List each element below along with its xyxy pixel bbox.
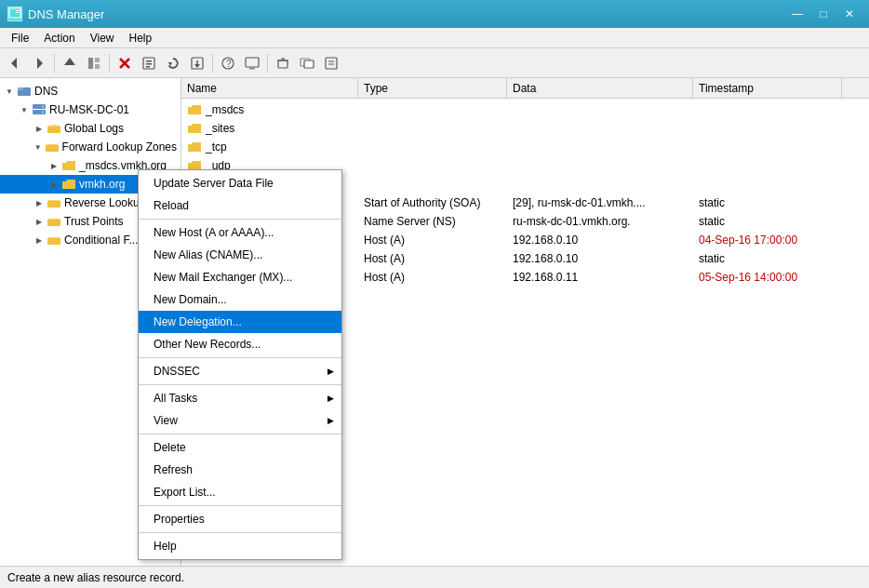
svg-marker-5 <box>37 58 43 69</box>
ctx-update-server[interactable]: Update Server Data File <box>139 172 341 194</box>
ctx-dnssec[interactable]: DNSSEC <box>139 360 341 382</box>
ctx-help[interactable]: Help <box>139 535 341 557</box>
svg-rect-38 <box>47 127 60 133</box>
ctx-view[interactable]: View <box>139 409 341 432</box>
svg-marker-6 <box>64 58 75 65</box>
col-header-data[interactable]: Data <box>507 78 693 98</box>
ctx-new-domain[interactable]: New Domain... <box>139 288 341 311</box>
menu-action[interactable]: Action <box>36 30 82 47</box>
row-timestamp: static <box>693 196 842 209</box>
tree-item-global-logs[interactable]: ▶ Global Logs <box>0 119 180 138</box>
ctx-export-list[interactable]: Export List... <box>139 481 341 503</box>
list-header: Name Type Data Timestamp <box>181 78 869 99</box>
ctx-delete[interactable]: Delete <box>139 436 341 459</box>
maximize-button[interactable]: □ <box>811 5 836 23</box>
refresh-button[interactable] <box>162 52 184 74</box>
toolbar-sep-1 <box>54 54 55 73</box>
svg-rect-24 <box>278 60 287 68</box>
menu-view[interactable]: View <box>83 30 122 47</box>
svg-rect-22 <box>246 58 259 67</box>
forward-lookup-icon <box>45 140 60 154</box>
status-text: Create a new alias resource record. <box>7 571 184 584</box>
ctx-refresh[interactable]: Refresh <box>139 459 341 481</box>
row-data: 192.168.0.10 <box>507 234 693 247</box>
ctx-reload[interactable]: Reload <box>139 194 341 217</box>
ctx-new-alias[interactable]: New Alias (CNAME)... <box>139 244 341 266</box>
svg-rect-13 <box>146 60 152 62</box>
expand-icon-msdcs: ▶ <box>47 158 61 173</box>
window-controls: — □ ✕ <box>785 5 862 23</box>
row-name: _tcp <box>181 140 358 154</box>
ctx-sep-6 <box>139 532 341 533</box>
toolbar-sep-2 <box>109 54 110 73</box>
toolbar-sep-3 <box>212 54 213 73</box>
row-data: ru-msk-dc-01.vmkh.org. <box>507 215 693 228</box>
row-data: [29], ru-msk-dc-01.vmkh.... <box>507 196 693 209</box>
ctx-all-tasks[interactable]: All Tasks <box>139 387 341 409</box>
list-row[interactable]: _sites <box>181 119 869 138</box>
toolbar-sep-4 <box>267 54 268 73</box>
ctx-sep-5 <box>139 505 341 506</box>
conditional-f-icon <box>47 233 61 247</box>
ctx-properties[interactable]: Properties <box>139 508 341 530</box>
svg-point-37 <box>42 112 44 114</box>
tree-label-trust-points: Trust Points <box>64 215 124 228</box>
delete-button[interactable] <box>114 52 136 74</box>
tree-item-forward-lookup[interactable]: ▼ Forward Lookup Zones <box>0 138 180 156</box>
row-timestamp: 04-Sep-16 17:00:00 <box>693 234 842 247</box>
tree-label-global-logs: Global Logs <box>64 122 124 135</box>
task-pad-button[interactable] <box>320 52 342 74</box>
expand-icon-global-logs: ▶ <box>32 121 47 136</box>
row-type: Host (A) <box>358 271 507 284</box>
row-data: 192.168.0.11 <box>507 271 693 284</box>
tree-label-conditional-f: Conditional F... <box>64 234 138 247</box>
row-type: Host (A) <box>358 252 507 265</box>
tree-label-forward-lookup: Forward Lookup Zones <box>62 140 177 154</box>
col-header-type[interactable]: Type <box>358 78 507 98</box>
tree-item-server[interactable]: ▼ RU-MSK-DC-01 <box>0 100 180 119</box>
msdcs-icon <box>61 158 76 173</box>
tree-item-dns[interactable]: ▼ DNS <box>0 82 180 100</box>
svg-rect-33 <box>18 87 23 90</box>
list-row[interactable]: _msdcs <box>181 100 869 119</box>
help-toolbar-button[interactable]: ? <box>217 52 239 74</box>
new-window-button[interactable] <box>296 52 318 74</box>
mmc-delete-button[interactable] <box>272 52 294 74</box>
show-tree-button[interactable] <box>83 52 105 74</box>
svg-rect-7 <box>88 58 93 69</box>
ctx-new-host[interactable]: New Host (A or AAAA)... <box>139 221 341 244</box>
ctx-other-new[interactable]: Other New Records... <box>139 333 341 355</box>
svg-rect-28 <box>304 60 314 68</box>
menu-help[interactable]: Help <box>122 30 160 47</box>
ctx-new-mail[interactable]: New Mail Exchanger (MX)... <box>139 266 341 288</box>
minimize-button[interactable]: — <box>785 5 809 23</box>
server-icon <box>32 102 47 117</box>
svg-marker-19 <box>194 64 200 68</box>
svg-rect-29 <box>326 58 337 69</box>
console-button[interactable] <box>241 52 263 74</box>
ctx-new-delegation[interactable]: New Delegation... <box>139 311 341 333</box>
ctx-sep-4 <box>139 434 341 434</box>
expand-icon-vmkh: ▶ <box>47 177 61 192</box>
export-button[interactable] <box>186 52 208 74</box>
tree-label-vmkh: vmkh.org <box>79 178 125 191</box>
svg-rect-9 <box>95 64 100 69</box>
col-header-timestamp[interactable]: Timestamp <box>693 78 842 98</box>
properties-button[interactable] <box>138 52 160 74</box>
app-icon <box>7 7 22 21</box>
up-button[interactable] <box>59 52 81 74</box>
close-button[interactable]: ✕ <box>837 5 862 23</box>
svg-rect-8 <box>95 58 100 62</box>
vmkh-icon <box>61 177 76 192</box>
back-button[interactable] <box>4 52 26 74</box>
svg-rect-0 <box>9 8 20 18</box>
expand-icon-server: ▼ <box>17 102 32 117</box>
col-header-name[interactable]: Name <box>181 78 358 98</box>
row-data: 192.168.0.10 <box>507 252 693 265</box>
forward-button[interactable] <box>28 52 50 74</box>
svg-rect-3 <box>16 12 19 13</box>
svg-rect-23 <box>249 68 255 70</box>
row-name: _msdcs <box>181 102 358 117</box>
list-row[interactable]: _tcp <box>181 138 869 156</box>
menu-file[interactable]: File <box>4 30 36 47</box>
